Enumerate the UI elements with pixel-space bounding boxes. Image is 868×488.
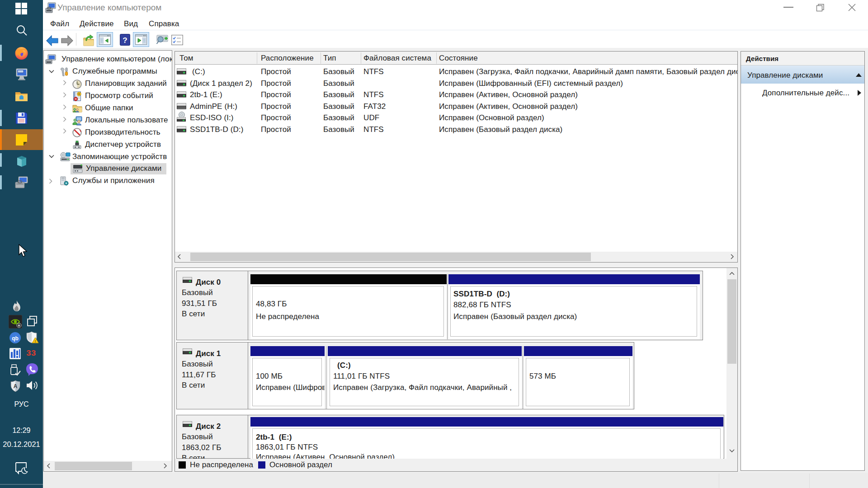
- svg-text:qb: qb: [12, 335, 19, 342]
- svg-text:?: ?: [123, 36, 127, 45]
- svg-text:A: A: [14, 383, 18, 389]
- svg-text:!: !: [35, 339, 36, 343]
